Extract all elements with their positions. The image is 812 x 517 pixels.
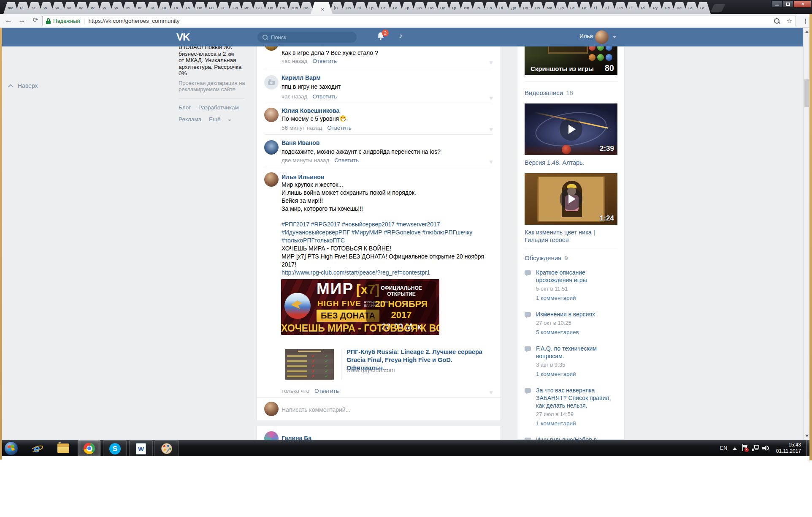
post-author[interactable]: Илья Ильинов [281, 174, 324, 180]
chevron-down-icon[interactable] [613, 36, 616, 38]
discussion-item[interactable]: Ищу гильдию/Набор в [525, 436, 618, 440]
search-input[interactable]: Поиск [257, 32, 357, 43]
post-text-line[interactable]: 2017! [281, 261, 495, 269]
tab-close-icon[interactable] [321, 5, 326, 10]
video-title[interactable]: Версия 1.48. Алтарь. [525, 159, 618, 166]
discussion-comment-count[interactable]: 1 комментарий [536, 420, 618, 427]
sidebar-ad[interactable]: В ЮВАО! Новый ЖКбизнес-класса в 2 кмот М… [179, 44, 247, 122]
post-text-line[interactable]: #РПГ2017 #RPG2017 #новыйсервер2017 #news… [281, 220, 495, 229]
discussion-title[interactable]: Ищу гильдию/Набор в [536, 436, 618, 440]
header-user-name[interactable]: Илья [579, 33, 593, 39]
reply-link[interactable]: Ответить [327, 125, 352, 131]
discussion-title[interactable]: F.A.Q. по техническим вопросам. [536, 345, 618, 360]
like-heart-icon[interactable] [489, 125, 493, 133]
avatar[interactable] [264, 140, 279, 155]
avatar[interactable] [264, 172, 279, 187]
page-scrollbar[interactable] [803, 28, 809, 440]
footer-link-ads[interactable]: Реклама [179, 116, 201, 122]
post-text-line[interactable]: ХОЧЕШЬ МИРА - ГОТОВЬСЯ К ВОЙНЕ! [281, 245, 495, 253]
comment-author[interactable]: Юлия Ковешникова [281, 107, 339, 114]
camera-icon [268, 81, 275, 85]
footer-link-blog[interactable]: Блог [179, 104, 191, 111]
discussions-header[interactable]: Обсуждения9 [525, 254, 568, 261]
discussion-item[interactable]: Краткое описание прохождения игры 5 окт … [525, 269, 618, 302]
footer-link-developers[interactable]: Разработчикам [198, 104, 239, 111]
vk-header: VK Поиск 2 Илья [0, 28, 812, 46]
window-minimize-button[interactable] [771, 0, 782, 8]
header-avatar[interactable] [595, 30, 609, 44]
notifications-bell-icon[interactable]: 2 [377, 32, 390, 43]
video-thumbnail[interactable]: 2:39 [525, 103, 617, 155]
like-heart-icon[interactable] [489, 59, 493, 66]
discussion-title[interactable]: За что вас наверняка ЗАБАНЯТ? Список пра… [536, 386, 618, 409]
avatar[interactable] [264, 431, 279, 440]
vk-logo[interactable]: VK [176, 31, 189, 43]
avatar[interactable] [264, 75, 279, 90]
taskbar-skype-button[interactable]: S [103, 440, 127, 457]
post-author[interactable]: Галина Ба [281, 435, 311, 440]
reply-link[interactable]: Ответить [314, 388, 339, 394]
discussion-item[interactable]: F.A.Q. по техническим вопросам. 3 авг в … [525, 345, 618, 378]
taskbar-chrome-button[interactable] [78, 440, 100, 457]
discussion-item[interactable]: Изменения в версиях 27 окт в 10:25 5 ком… [525, 310, 618, 336]
window-close-button[interactable] [793, 0, 811, 8]
browser-tab-active[interactable] [311, 2, 333, 14]
comment-input[interactable]: Написать комментарий... [281, 406, 350, 413]
page-zoom-icon[interactable] [774, 18, 780, 24]
reply-link[interactable]: Ответить [334, 157, 359, 163]
discussion-item[interactable]: За что вас наверняка ЗАБАНЯТ? Список пра… [525, 386, 618, 427]
start-button[interactable] [4, 441, 18, 455]
comment-text: подскажите, можно аккаунт с андройда пер… [281, 148, 490, 155]
discussion-title[interactable]: Изменения в версиях [536, 310, 618, 318]
discussion-comment-count[interactable]: 1 комментарий [536, 370, 618, 378]
volume-icon[interactable] [762, 445, 770, 452]
videos-header[interactable]: Видеозаписи16 [525, 89, 573, 96]
back-icon[interactable] [3, 16, 14, 26]
discussion-title[interactable]: Краткое описание прохождения игры [536, 269, 618, 284]
post-text-line[interactable]: МИР [x7] PTS High Five! БЕЗ ДОНАТА! Офиц… [281, 253, 495, 261]
back-to-top-link[interactable]: Наверх [10, 82, 38, 89]
comment-author[interactable]: Кирилл Варм [281, 74, 321, 81]
action-center-icon[interactable]: ✕ [742, 444, 749, 452]
taskbar-word-button[interactable]: W [129, 440, 153, 457]
discussion-comment-count[interactable]: 1 комментарий [536, 294, 618, 302]
scrollbar-thumb[interactable] [804, 79, 809, 107]
forward-icon[interactable] [17, 16, 27, 26]
browser-tab[interactable]: Ге [696, 2, 711, 14]
like-heart-icon[interactable] [489, 158, 493, 166]
file-explorer-icon[interactable] [57, 444, 69, 453]
clock[interactable]: 15:4301.11.2017 [774, 442, 801, 454]
video-thumbnail[interactable]: 1:24 [525, 173, 617, 225]
network-icon[interactable] [752, 445, 759, 451]
like-heart-icon[interactable] [489, 389, 493, 396]
comment-author[interactable]: Ваня Иванов [281, 139, 319, 146]
new-tab-button[interactable] [711, 4, 725, 12]
avatar[interactable] [264, 108, 279, 122]
music-icon[interactable] [399, 31, 403, 40]
post-banner-image[interactable]: МИР[x7] HIGH FIVE ОФИЦИАЛЬНАЯПЛАТФОРМА Б… [281, 279, 439, 335]
post-text-line[interactable]: http://www.rpg-club.com/start/peace/?reg… [281, 269, 495, 277]
reply-link[interactable]: Ответить [312, 58, 337, 64]
play-icon[interactable] [560, 118, 582, 141]
internet-explorer-icon[interactable]: e [31, 442, 43, 454]
language-indicator[interactable]: EN [720, 445, 727, 451]
post-text-line[interactable]: #ИдунановыйсерверРПГ #МируМИР #RPGonelov… [281, 229, 495, 237]
address-bar[interactable]: Надежный | https://vk.com/goheroes_commu… [42, 16, 796, 26]
play-icon[interactable] [560, 188, 582, 210]
like-heart-icon[interactable] [489, 94, 493, 102]
chat-bubble-icon [525, 388, 531, 393]
taskbar-paint-button[interactable] [154, 440, 179, 457]
footer-link-more[interactable]: Ещё [209, 116, 237, 122]
scroll-up-icon[interactable] [805, 30, 809, 33]
post-text-line[interactable]: #толькоРПГтолькоПТС [281, 237, 495, 245]
reply-link[interactable]: Ответить [312, 93, 337, 100]
bookmark-star-icon[interactable] [786, 17, 792, 25]
scroll-down-icon[interactable] [805, 435, 809, 437]
browser-menu-icon[interactable] [802, 17, 809, 25]
video-title[interactable]: Как изменить цвет ника | Гильдия героев [525, 229, 618, 244]
window-maximize-button[interactable] [782, 0, 793, 8]
tray-expand-icon[interactable] [733, 447, 737, 450]
link-preview-card[interactable]: ✗✔ ✗✔ ✗✔ ✗✔ ✗✔ РПГ-Клуб Russia: Lineage … [281, 345, 496, 383]
reload-icon[interactable] [30, 16, 41, 26]
discussion-comment-count[interactable]: 5 комментариев [536, 329, 618, 336]
